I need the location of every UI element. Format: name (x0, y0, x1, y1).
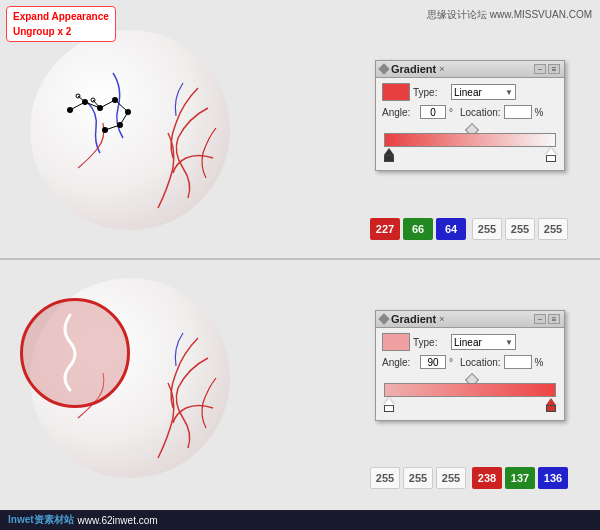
percent-label-bottom: % (535, 357, 544, 368)
brand-logo: lnwet资素材站 (8, 513, 74, 527)
location-input-bottom[interactable] (504, 355, 532, 369)
panel-body-top: Type: Linear ▼ Angle: ° Location: % (376, 78, 564, 170)
dropdown-arrow-icon-bottom: ▼ (505, 338, 513, 347)
type-select-top[interactable]: Linear ▼ (451, 84, 516, 100)
gradient-swatch-bottom[interactable] (382, 333, 410, 351)
close-tab-icon[interactable]: × (439, 64, 444, 74)
panel-titlebar-bottom: Gradient × − ≡ (376, 311, 564, 328)
angle-input-bottom[interactable] (420, 355, 446, 369)
red-value-right-top: 255 (472, 218, 502, 240)
color-values-left-top: 227 66 64 (370, 218, 466, 240)
diamond-icon-bottom (378, 313, 389, 324)
degree-symbol: ° (449, 107, 453, 118)
stop-left-bottom[interactable] (384, 398, 394, 412)
type-row: Type: Linear ▼ (382, 83, 558, 101)
gradient-bar-top[interactable] (384, 133, 556, 147)
type-select-bottom[interactable]: Linear ▼ (451, 334, 516, 350)
gradient-panel-bottom: Gradient × − ≡ Type: Linear ▼ Angle: ° L… (375, 310, 565, 421)
green-value-left-bottom: 255 (403, 467, 433, 489)
svg-line-11 (120, 112, 128, 125)
color-values-top: 227 66 64 255 255 255 (370, 218, 568, 240)
stop-right-bottom[interactable] (546, 398, 556, 412)
blue-value-left-top: 64 (436, 218, 466, 240)
stop-right-top[interactable] (546, 148, 556, 162)
red-value-right-bottom: 238 (472, 467, 502, 489)
green-value-right-top: 255 (505, 218, 535, 240)
angle-label-bottom: Angle: (382, 357, 417, 368)
percent-label: % (535, 107, 544, 118)
color-values-right-top: 255 255 255 (472, 218, 568, 240)
watermark-bottom: lnwet资素材站 www.62inwet.com (0, 510, 600, 530)
color-values-left-bottom: 255 255 255 (370, 467, 466, 489)
blue-value-right-bottom: 136 (538, 467, 568, 489)
blue-value-left-bottom: 255 (436, 467, 466, 489)
dropdown-arrow-icon: ▼ (505, 88, 513, 97)
minimize-button[interactable]: − (534, 64, 546, 74)
red-value-left-top: 227 (370, 218, 400, 240)
svg-line-9 (100, 100, 115, 108)
minimize-button-bottom[interactable]: − (534, 314, 546, 324)
location-label-bottom: Location: (460, 357, 501, 368)
diamond-icon (378, 63, 389, 74)
anchor-points (60, 90, 140, 140)
gradient-slider-bottom[interactable] (384, 373, 556, 412)
white-squiggle (35, 310, 105, 400)
angle-row-top: Angle: ° Location: % (382, 105, 558, 119)
panel-title-left: Gradient × (380, 63, 445, 75)
panel-menu-button-bottom[interactable]: ≡ (548, 314, 560, 324)
panel-body-bottom: Type: Linear ▼ Angle: ° Location: % (376, 328, 564, 420)
gradient-swatch-top[interactable] (382, 83, 410, 101)
instruction-label: Expand Appearance Ungroup x 2 (6, 6, 116, 42)
color-values-right-bottom: 238 137 136 (472, 467, 568, 489)
angle-label: Angle: (382, 107, 417, 118)
green-value-right-bottom: 137 (505, 467, 535, 489)
watermark-url: www.62inwet.com (78, 515, 158, 526)
color-values-bottom: 255 255 255 238 137 136 (370, 467, 568, 489)
panel-titlebar-controls-bottom: − ≡ (534, 314, 560, 324)
degree-symbol-bottom: ° (449, 357, 453, 368)
red-value-left-bottom: 255 (370, 467, 400, 489)
panel-menu-button[interactable]: ≡ (548, 64, 560, 74)
type-row-bottom: Type: Linear ▼ (382, 333, 558, 351)
green-value-left-top: 66 (403, 218, 433, 240)
stop-left-top[interactable] (384, 148, 394, 162)
panel-title-text: Gradient (391, 63, 436, 75)
angle-row-bottom: Angle: ° Location: % (382, 355, 558, 369)
svg-line-13 (78, 96, 85, 102)
panel-title-left-bottom: Gradient × (380, 313, 445, 325)
stop-markers-bottom (384, 398, 556, 412)
close-tab-icon-bottom[interactable]: × (439, 314, 444, 324)
panel-titlebar-controls: − ≡ (534, 64, 560, 74)
type-label: Type: (413, 87, 448, 98)
svg-line-12 (105, 125, 120, 130)
svg-line-10 (115, 100, 128, 112)
gradient-panel-top: Gradient × − ≡ Type: Linear ▼ Angle: ° L… (375, 60, 565, 171)
gradient-slider-top[interactable] (384, 123, 556, 162)
location-label: Location: (460, 107, 501, 118)
gradient-bar-bottom[interactable] (384, 383, 556, 397)
type-label-bottom: Type: (413, 337, 448, 348)
panel-divider (0, 258, 600, 260)
angle-input-top[interactable] (420, 105, 446, 119)
watermark-top: 思缘设计论坛 www.MISSVUAN.COM (427, 8, 592, 22)
location-input-top[interactable] (504, 105, 532, 119)
panel-titlebar-top: Gradient × − ≡ (376, 61, 564, 78)
blue-value-right-top: 255 (538, 218, 568, 240)
panel-title-text-bottom: Gradient (391, 313, 436, 325)
stop-markers-top (384, 148, 556, 162)
svg-line-7 (70, 102, 85, 110)
